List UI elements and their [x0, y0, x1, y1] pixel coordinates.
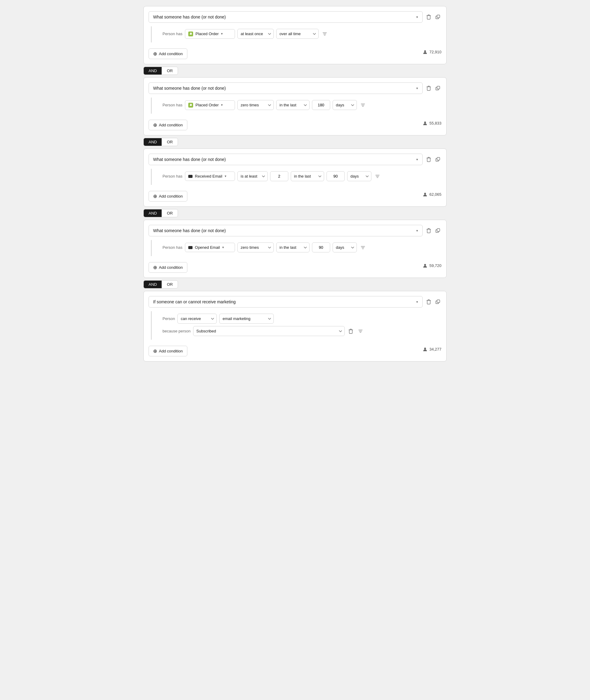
- or-btn-1[interactable]: OR: [162, 67, 178, 75]
- condition-block-4: What someone has done (or not done) ▾: [143, 220, 447, 278]
- filter-btn-1[interactable]: [321, 30, 328, 37]
- count-input-3[interactable]: [270, 171, 288, 181]
- add-condition-btn-2[interactable]: ⊕ Add condition: [149, 120, 187, 130]
- and-btn-2[interactable]: AND: [143, 138, 162, 146]
- frequency-select-3[interactable]: is at least is at most zero times: [237, 171, 268, 181]
- condition-type-select-2[interactable]: What someone has done (or not done) ▾: [149, 83, 423, 94]
- copy-button-3[interactable]: [434, 156, 441, 163]
- action-type-chevron-2: ▾: [221, 103, 223, 107]
- condition-block-2: What someone has done (or not done) ▾: [143, 77, 447, 135]
- action-type-select-2[interactable]: Placed Order ▾: [185, 100, 235, 110]
- delete-button-1[interactable]: [425, 13, 432, 21]
- shopify-icon-2: [188, 103, 193, 108]
- and-or-row-4: AND OR: [143, 280, 447, 288]
- frequency-select-4[interactable]: zero times at least once is at least: [237, 242, 274, 252]
- delete-button-4[interactable]: [425, 227, 432, 235]
- filter-btn-2[interactable]: [359, 102, 367, 109]
- can-receive-select-5[interactable]: can receive cannot receive: [177, 314, 217, 324]
- copy-button-2[interactable]: [434, 85, 441, 92]
- person-count-2: 55,833: [423, 121, 441, 126]
- svg-rect-8: [437, 229, 440, 232]
- or-btn-4[interactable]: OR: [162, 280, 178, 288]
- svg-rect-6: [437, 157, 440, 160]
- timeframe-value-input-2[interactable]: [312, 100, 330, 110]
- copy-button-4[interactable]: [434, 227, 441, 234]
- chevron-down-icon: ▾: [416, 15, 418, 19]
- timeframe-label-select-4[interactable]: in the last over all time: [276, 242, 310, 252]
- person-count-icon-3: [423, 192, 427, 197]
- add-condition-btn-1[interactable]: ⊕ Add condition: [149, 48, 187, 59]
- action-type-chevron-3: ▾: [225, 174, 226, 178]
- and-or-row-3: AND OR: [143, 209, 447, 217]
- timeframe-value-input-3[interactable]: [326, 171, 345, 181]
- frequency-select-1[interactable]: at least once zero times exactly: [237, 29, 274, 39]
- chevron-down-icon-4: ▾: [416, 229, 418, 233]
- condition-header-4: What someone has done (or not done) ▾: [149, 225, 441, 236]
- svg-point-11: [424, 348, 426, 349]
- action-type-select-1[interactable]: Placed Order ▾: [185, 29, 235, 39]
- delete-button-3[interactable]: [425, 155, 432, 163]
- marketing-type-select-5[interactable]: email marketing sms marketing: [219, 314, 274, 324]
- condition-row-1: Person has Placed Order ▾ at least once …: [157, 29, 441, 39]
- delete-button-2[interactable]: [425, 84, 432, 92]
- person-has-label-2: Person has: [163, 103, 183, 107]
- and-btn-1[interactable]: AND: [143, 67, 162, 75]
- person-count-1: 72,910: [423, 50, 441, 54]
- add-condition-btn-4[interactable]: ⊕ Add condition: [149, 262, 187, 273]
- timeframe-unit-select-4[interactable]: days weeks months: [332, 242, 357, 252]
- plus-icon-1: ⊕: [153, 51, 157, 57]
- email-icon-3: [188, 175, 193, 178]
- add-condition-label-3: Add condition: [159, 194, 183, 199]
- or-btn-2[interactable]: OR: [162, 138, 178, 146]
- condition-type-select-4[interactable]: What someone has done (or not done) ▾: [149, 225, 423, 236]
- timeframe-unit-select-2[interactable]: days weeks months: [332, 100, 357, 110]
- condition-row-4: Person has Opened Email ▾ zero times at …: [157, 242, 441, 252]
- add-condition-label-4: Add condition: [159, 265, 183, 270]
- condition-row-5a: Person can receive cannot receive email …: [157, 314, 441, 324]
- add-condition-label-2: Add condition: [159, 123, 183, 127]
- plus-icon-2: ⊕: [153, 122, 157, 128]
- frequency-select-2[interactable]: zero times at least once exactly: [237, 100, 274, 110]
- chevron-down-icon-2: ▾: [416, 86, 418, 90]
- condition-footer-1: ⊕ Add condition 72,910: [149, 45, 441, 59]
- svg-rect-10: [437, 300, 440, 303]
- add-condition-btn-3[interactable]: ⊕ Add condition: [149, 191, 187, 202]
- filter-btn-5[interactable]: [357, 328, 364, 335]
- condition-header-3: What someone has done (or not done) ▾: [149, 154, 441, 165]
- condition-footer-4: ⊕ Add condition 59,720: [149, 258, 441, 273]
- delete-button-5[interactable]: [425, 298, 432, 306]
- condition-row-5b: because person Subscribed Never Subscrib…: [157, 326, 441, 336]
- count-value-2: 55,833: [429, 121, 441, 125]
- condition-header-2: What someone has done (or not done) ▾: [149, 83, 441, 94]
- condition-type-select-5[interactable]: If someone can or cannot receive marketi…: [149, 296, 423, 308]
- copy-button-1[interactable]: [434, 13, 441, 21]
- condition-type-select-3[interactable]: What someone has done (or not done) ▾: [149, 154, 423, 165]
- timeframe-label-select-2[interactable]: in the last over all time: [276, 100, 310, 110]
- delete-because-btn-5[interactable]: [347, 327, 355, 335]
- plus-icon-4: ⊕: [153, 264, 157, 270]
- copy-button-5[interactable]: [434, 298, 441, 306]
- add-condition-btn-5[interactable]: ⊕ Add condition: [149, 346, 187, 356]
- or-btn-3[interactable]: OR: [162, 209, 178, 217]
- condition-actions-3: [425, 155, 441, 163]
- filter-btn-3[interactable]: [374, 173, 381, 180]
- add-condition-label-5: Add condition: [159, 349, 183, 353]
- subscription-status-select-5[interactable]: Subscribed Never Subscribed Unsubscribed: [193, 326, 345, 336]
- person-has-label-4: Person has: [163, 245, 183, 250]
- condition-type-label-4: What someone has done (or not done): [153, 228, 226, 233]
- filter-btn-4[interactable]: [359, 244, 367, 251]
- timeframe-unit-select-3[interactable]: days weeks months: [347, 171, 371, 181]
- timeframe-select-1[interactable]: over all time in the last: [276, 29, 319, 39]
- action-type-select-3[interactable]: Received Email ▾: [185, 171, 235, 181]
- action-type-text-3: Received Email: [195, 174, 222, 179]
- condition-type-select-1[interactable]: What someone has done (or not done) ▾: [149, 11, 423, 23]
- and-btn-3[interactable]: AND: [143, 209, 162, 217]
- timeframe-value-input-4[interactable]: [312, 242, 330, 252]
- condition-row-2: Person has Placed Order ▾ zero times at …: [157, 100, 441, 110]
- condition-actions-4: [425, 227, 441, 235]
- action-type-select-4[interactable]: Opened Email ▾: [185, 243, 235, 252]
- add-condition-label-1: Add condition: [159, 51, 183, 56]
- condition-row-indent-3: Person has Received Email ▾ is at least …: [151, 169, 441, 185]
- and-btn-4[interactable]: AND: [143, 280, 162, 288]
- timeframe-label-select-3[interactable]: in the last over all time: [291, 171, 324, 181]
